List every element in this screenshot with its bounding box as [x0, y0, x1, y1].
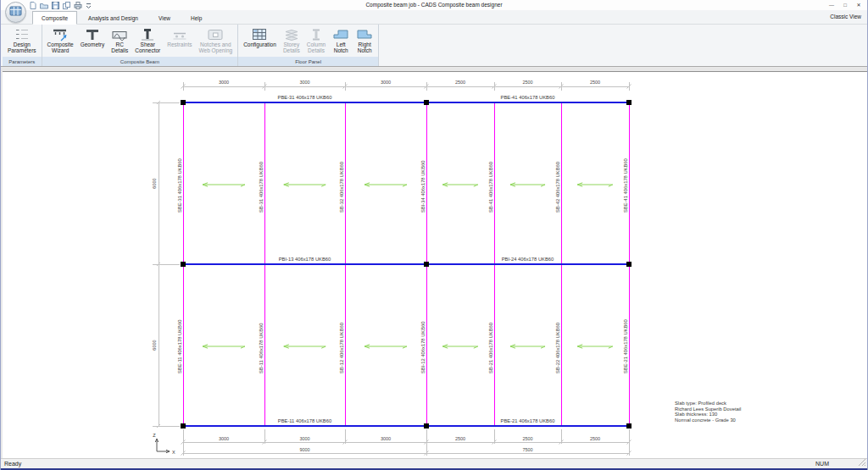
design-parameters-button[interactable]: DesignParameters — [4, 26, 40, 53]
left-notch-icon — [332, 27, 349, 41]
close-button[interactable]: ✕ — [852, 0, 865, 9]
quick-access-dropdown-button[interactable] — [86, 1, 92, 9]
dimension-label: 2500 — [590, 80, 600, 85]
secondary-beam-label: SB-31 406x178 UKB60 — [259, 162, 264, 213]
button-label: Restraints — [167, 41, 192, 47]
primary-beam-label: PBI-13 406x178 UKB60 — [279, 257, 331, 262]
composite-wizard-icon — [52, 27, 69, 41]
open-button[interactable] — [40, 1, 48, 9]
maximize-button[interactable]: □ — [838, 0, 852, 9]
column-node[interactable] — [424, 423, 429, 429]
ribbon-group-buttons: ConfigurationStoreyDetailsColumnDetailsL… — [238, 25, 378, 57]
column-node[interactable] — [424, 262, 429, 267]
print-button[interactable] — [74, 1, 82, 9]
restraints-icon — [171, 27, 188, 41]
app-logo-icon — [9, 5, 22, 20]
app-window: Composite beam job - CADS Composite beam… — [0, 0, 868, 470]
button-label: ShearConnector — [135, 41, 160, 53]
configuration-button[interactable]: Configuration — [240, 26, 280, 47]
ribbon-tabs: CompositeAnalysis and DesignViewHelp — [32, 11, 211, 25]
slab-note: Slab type: Profiled deck — [675, 401, 726, 406]
shear-connector-button[interactable]: ShearConnector — [131, 26, 164, 53]
dimension-label: 6000 — [152, 340, 157, 350]
secondary-beam-label: SB-12 406x178 UKB60 — [339, 323, 344, 373]
group-caption: Floor Panel — [238, 57, 378, 66]
column-node[interactable] — [626, 100, 632, 105]
dimension-label: 2500 — [455, 80, 465, 85]
ribbon-group-parameters: DesignParametersParameters — [3, 25, 42, 66]
secondary-beam-label: SB-41 406x178 UKB60 — [488, 162, 493, 213]
floor-plan-drawing: 3000300030002500250025006000600030003000… — [3, 72, 867, 459]
dimension-label: 3000 — [299, 436, 309, 441]
tab-help[interactable]: Help — [181, 11, 211, 25]
classic-view-link[interactable]: Classic View — [830, 14, 861, 19]
tab-composite[interactable]: Composite — [32, 11, 77, 25]
column-node[interactable] — [424, 100, 429, 105]
primary-beam-label: PBE-41 406x178 UKB60 — [501, 95, 555, 100]
button-label: Configuration — [243, 41, 276, 47]
ribbon-tab-bar: CompositeAnalysis and DesignViewHelp Cla… — [1, 10, 867, 25]
save-as-button[interactable] — [63, 1, 70, 9]
geometry-button[interactable]: Geometry — [77, 26, 108, 47]
status-text: Ready — [4, 461, 21, 467]
button-label: Notches andWeb Opening — [199, 41, 233, 53]
primary-beam-label: PBE-11 406x178 UKB60 — [278, 418, 331, 423]
column-node[interactable] — [181, 100, 186, 105]
left-notch-button[interactable]: LeftNotch — [329, 26, 353, 53]
dimension-label: 3000 — [299, 80, 309, 85]
composite-wizard-button[interactable]: CompositeWizard — [44, 26, 77, 53]
button-label: ColumnDetails — [307, 41, 326, 53]
configuration-icon — [251, 27, 268, 41]
dimension-label: 3000 — [219, 80, 229, 85]
column-node[interactable] — [626, 262, 632, 267]
primary-beam-label: PBI-24 406x178 UKB60 — [502, 257, 554, 262]
secondary-beam-label: SBE-41 406x178 UKB60 — [623, 158, 628, 213]
window-title: Composite beam job - CADS Composite beam… — [170, 2, 698, 8]
notches-and-web-opening-button: Notches andWeb Opening — [196, 26, 236, 53]
primary-beam-label: PBE-31 406x178 UKB60 — [278, 95, 332, 100]
minimize-button[interactable]: — — [825, 0, 838, 9]
resize-grip[interactable] — [858, 458, 866, 467]
secondary-beam-label: SBI-12 406x178 UKB60 — [420, 321, 426, 373]
group-caption: Composite Beam — [42, 57, 238, 66]
shear-connector-icon — [139, 27, 156, 41]
drawing-canvas[interactable]: 3000300030002500250025006000600030003000… — [3, 71, 867, 458]
secondary-beam-label: SB-42 406x178 UKB60 — [555, 162, 560, 213]
secondary-beam-label: SBE-31 406x178 UKB60 — [177, 158, 182, 213]
dimension-label: 7500 — [522, 447, 532, 452]
button-label: DesignParameters — [8, 41, 36, 53]
restraints-button: Restraints — [164, 26, 195, 47]
group-caption: Parameters — [3, 57, 42, 66]
tab-analysis-and-design[interactable]: Analysis and Design — [79, 11, 147, 25]
dimension-label: 3000 — [219, 436, 229, 441]
save-button[interactable] — [52, 1, 59, 9]
rc-details-button[interactable]: RCDetails — [108, 26, 131, 53]
primary-beam-label: PBE-21 406x178 UKB60 — [501, 418, 555, 423]
slab-note: Richard Lees Superib Dovetail — [675, 406, 741, 412]
axis-label-x: X — [172, 450, 175, 455]
application-menu-button[interactable] — [5, 2, 26, 23]
secondary-beam-label: SBE-11 406x178 UKB60 — [177, 320, 182, 373]
dimension-label: 2500 — [522, 436, 532, 441]
dimension-label: 3000 — [381, 436, 391, 441]
slab-note: Normal concrete - Grade 30 — [675, 417, 736, 423]
right-notch-button[interactable]: RightNotch — [353, 26, 376, 53]
tab-view[interactable]: View — [149, 11, 180, 25]
title-bar: Composite beam job - CADS Composite beam… — [1, 0, 867, 10]
design-parameters-icon — [14, 27, 30, 41]
column-node[interactable] — [181, 262, 186, 267]
axis-label-z: Z — [153, 433, 156, 438]
ribbon-group-floor-panel: ConfigurationStoreyDetailsColumnDetailsL… — [238, 25, 379, 66]
dimension-label: 6000 — [152, 178, 157, 188]
dimension-label: 2500 — [522, 80, 532, 85]
dimension-label: 2500 — [590, 436, 600, 441]
secondary-beam-label: SB-21 406x178 UKB60 — [488, 323, 493, 373]
rc-details-icon — [111, 27, 128, 41]
button-label: CompositeWizard — [47, 41, 74, 53]
secondary-beam-label: SB-11 406x178 UKB60 — [259, 323, 264, 373]
column-node[interactable] — [626, 423, 632, 429]
column-node[interactable] — [181, 423, 186, 429]
ribbon-group-buttons: DesignParameters — [3, 25, 42, 57]
new-document-button[interactable] — [30, 1, 36, 9]
notches-web-opening-icon — [206, 27, 225, 41]
